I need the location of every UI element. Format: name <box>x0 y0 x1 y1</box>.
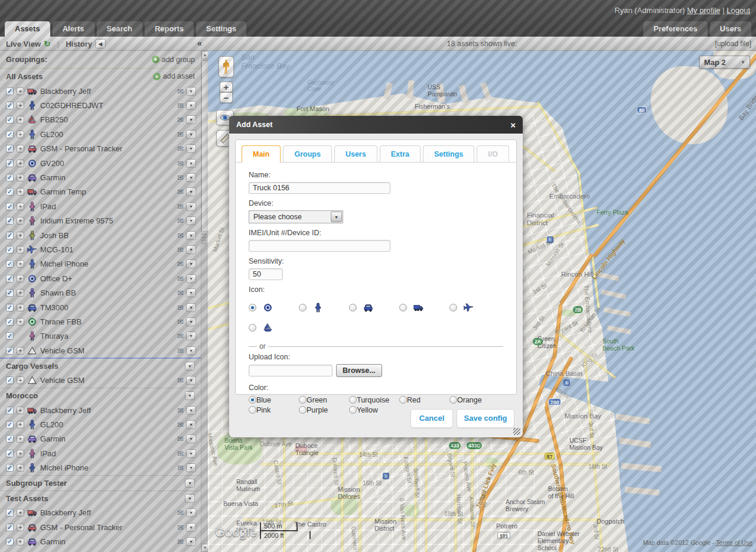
asset-name[interactable]: Blackberry Jeff <box>40 508 91 517</box>
dialog-tab-main[interactable]: Main <box>242 145 281 162</box>
dialog-tab-groups[interactable]: Groups <box>283 145 331 162</box>
close-icon[interactable]: × <box>510 121 516 129</box>
group-menu-button[interactable]: ▼ <box>185 494 195 503</box>
asset-checkbox[interactable]: ✓ <box>6 188 14 196</box>
asset-checkbox[interactable]: ✓ <box>6 145 14 152</box>
asset-name[interactable]: Garmin <box>40 173 66 182</box>
asset-menu-button[interactable]: ▼ <box>186 463 196 472</box>
asset-checkbox[interactable]: ✓ <box>6 538 14 545</box>
asset-menu-button[interactable]: ▼ <box>186 420 196 429</box>
imei-field[interactable] <box>249 240 390 252</box>
asset-name[interactable]: Garmin <box>40 537 66 546</box>
asset-name[interactable]: Office D+ <box>40 274 72 283</box>
expand-plus-button[interactable]: + <box>17 217 24 225</box>
expand-plus-button[interactable]: + <box>17 174 24 181</box>
asset-checkbox[interactable]: ✓ <box>6 131 14 138</box>
asset-row[interactable]: ✓+C02GDHREDJWT✉▼ <box>0 98 201 112</box>
asset-name[interactable]: Garmin Temp <box>40 187 86 196</box>
asset-checkbox[interactable]: ✓ <box>6 304 14 311</box>
asset-row[interactable]: ✓+Office D+✉▼ <box>0 271 201 285</box>
message-envelope-icon[interactable]: ✉ <box>177 274 184 283</box>
asset-name[interactable]: Iridium Extreme 9575 <box>40 216 113 225</box>
expand-plus-button[interactable]: + <box>17 304 24 311</box>
message-envelope-icon[interactable]: ✉ <box>177 508 184 517</box>
message-envelope-icon[interactable]: ✉ <box>177 202 184 211</box>
my-profile-link[interactable]: My profile <box>687 6 720 15</box>
expand-plus-button[interactable]: + <box>17 435 24 443</box>
asset-row[interactable]: ✓+GSM - Personal Tracker✉▼ <box>0 142 201 156</box>
save-config-button[interactable]: Save config <box>457 409 514 428</box>
tab-alerts[interactable]: Alerts <box>53 21 94 37</box>
group-menu-button[interactable]: ▼ <box>185 391 195 400</box>
icon-option-person[interactable] <box>299 297 349 317</box>
refresh-icon[interactable]: ↻ <box>44 39 51 48</box>
asset-row[interactable]: ✓+GV200✉▼ <box>0 156 201 170</box>
device-select[interactable]: Please choose ▼ <box>249 210 343 223</box>
asset-checkbox[interactable]: ✓ <box>6 102 14 109</box>
asset-checkbox[interactable]: ✓ <box>6 246 14 254</box>
asset-name[interactable]: Blackberry Jeff <box>40 87 91 96</box>
dialog-titlebar[interactable]: Add Asset × <box>229 116 523 134</box>
expand-plus-button[interactable]: + <box>17 87 24 95</box>
asset-checkbox[interactable]: ✓ <box>6 160 14 167</box>
expand-plus-button[interactable]: + <box>17 145 24 152</box>
asset-row[interactable]: ✓+Garmin✉▼ <box>0 432 201 446</box>
message-envelope-icon[interactable]: ✉ <box>177 303 184 312</box>
expand-plus-button[interactable]: + <box>17 188 24 196</box>
asset-name[interactable]: IPad <box>40 449 56 458</box>
message-envelope-icon[interactable]: ✉ <box>177 87 184 96</box>
asset-checkbox[interactable]: ✓ <box>6 450 14 457</box>
asset-checkbox[interactable]: ✓ <box>6 421 14 428</box>
icon-radio[interactable] <box>299 304 307 311</box>
asset-menu-button[interactable]: ▼ <box>186 231 196 240</box>
asset-name[interactable]: Vehicle GSM <box>40 346 84 355</box>
message-envelope-icon[interactable]: ✉ <box>177 259 184 268</box>
expand-plus-button[interactable]: + <box>17 538 24 545</box>
message-envelope-icon[interactable]: ✉ <box>177 130 184 139</box>
expand-plus-button[interactable]: + <box>17 131 24 138</box>
icon-radio[interactable] <box>349 304 357 311</box>
expand-plus-button[interactable]: + <box>17 203 24 210</box>
message-envelope-icon[interactable]: ✉ <box>177 159 184 168</box>
asset-menu-button[interactable]: ▼ <box>186 259 196 268</box>
asset-menu-button[interactable]: ▼ <box>186 101 196 110</box>
tab-assets[interactable]: Assets <box>5 21 50 37</box>
asset-row[interactable]: ✓+Iridium Extreme 9575✉▼ <box>0 214 201 228</box>
logout-link[interactable]: Logout <box>726 6 750 15</box>
expand-plus-button[interactable]: + <box>17 407 24 414</box>
asset-name[interactable]: C02GDHREDJWT <box>40 101 103 110</box>
asset-name[interactable]: IPad <box>40 202 56 211</box>
asset-menu-button[interactable]: ▼ <box>186 508 196 517</box>
asset-row[interactable]: ✓+IPad✉▼ <box>0 446 201 460</box>
asset-row[interactable]: ✓+Michel iPhone✉▼ <box>0 257 201 271</box>
expand-plus-button[interactable]: + <box>17 116 24 124</box>
asset-checkbox[interactable]: ✓ <box>6 116 14 124</box>
asset-menu-button[interactable]: ▼ <box>186 216 196 225</box>
message-envelope-icon[interactable]: ✉ <box>177 115 184 124</box>
asset-menu-button[interactable]: ▼ <box>186 187 196 196</box>
expand-plus-button[interactable]: + <box>17 421 24 428</box>
asset-checkbox[interactable]: ✓ <box>6 464 14 472</box>
asset-checkbox[interactable]: ✓ <box>6 217 14 225</box>
expand-plus-button[interactable]: + <box>17 102 24 109</box>
asset-menu-button[interactable]: ▼ <box>186 87 196 96</box>
dialog-resize-grip[interactable] <box>513 428 520 435</box>
asset-checkbox[interactable]: ✓ <box>6 332 14 340</box>
message-envelope-icon[interactable]: ✉ <box>177 434 184 443</box>
expand-plus-button[interactable]: + <box>17 464 24 472</box>
asset-checkbox[interactable]: ✓ <box>6 376 14 384</box>
asset-row[interactable]: ✓+Michel iPhone✉▼ <box>0 460 201 475</box>
message-envelope-icon[interactable]: ✉ <box>177 216 184 225</box>
asset-checkbox[interactable]: ✓ <box>6 232 14 239</box>
asset-menu-button[interactable]: ▼ <box>186 144 196 153</box>
asset-row[interactable]: ✓+Garmin✉▼ <box>0 535 201 549</box>
live-view-label[interactable]: Live View <box>6 40 41 48</box>
select-dropdown-icon[interactable]: ▼ <box>331 212 342 222</box>
sidebar-resize-grip[interactable] <box>202 233 207 246</box>
message-envelope-icon[interactable]: ✉ <box>177 101 184 110</box>
icon-radio[interactable] <box>449 304 457 311</box>
asset-checkbox[interactable]: ✓ <box>6 435 14 443</box>
asset-row[interactable]: ✓+GL200✉▼ <box>0 417 201 431</box>
asset-row[interactable]: ✓+TM3000✉▼ <box>0 300 201 314</box>
asset-row[interactable]: ✓+GL200✉▼ <box>0 127 201 141</box>
